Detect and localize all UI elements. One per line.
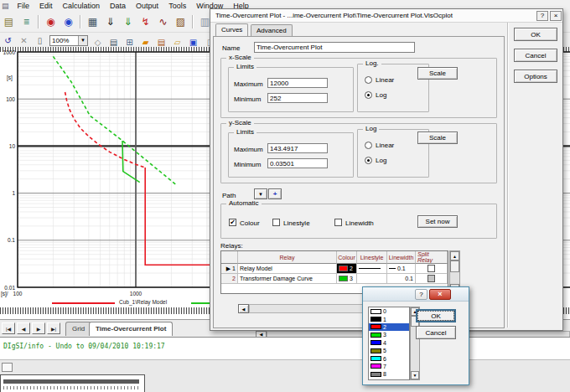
output-mini-button[interactable] — [2, 363, 13, 372]
header-colour[interactable]: Colour — [337, 251, 357, 264]
row1-split-cell[interactable] — [416, 264, 448, 274]
y-log-radio[interactable] — [365, 157, 372, 164]
row1-linestyle-cell[interactable] — [357, 264, 387, 274]
path-add-icon[interactable]: + — [268, 188, 282, 199]
x-scale-button[interactable]: Scale — [417, 67, 458, 80]
tab-grid[interactable]: Grid — [65, 322, 91, 336]
y-min-input[interactable] — [267, 158, 328, 168]
menu-file[interactable]: File — [13, 2, 35, 10]
x-linear-radio[interactable] — [365, 76, 372, 84]
color-item-2[interactable]: 2 — [369, 323, 409, 331]
new-page-icon[interactable]: ▯ — [33, 34, 47, 47]
name-label: Name — [222, 44, 240, 52]
first-page-button[interactable]: |◀ — [2, 322, 15, 334]
docked-panel-ticks — [3, 386, 139, 389]
menu-calculation[interactable]: Calculation — [58, 2, 106, 10]
color-item-3[interactable]: 3 — [369, 331, 409, 338]
scrollbar-thumb[interactable] — [450, 260, 459, 272]
name-input[interactable] — [254, 42, 415, 53]
menu-tools[interactable]: Tools — [163, 2, 191, 10]
header-linewidth[interactable]: Linewidth — [387, 251, 416, 264]
help-icon[interactable]: ? — [536, 11, 548, 21]
load-flow-green-icon[interactable]: ⇓ — [120, 14, 136, 29]
row1-relay-name[interactable]: Relay Model — [238, 264, 337, 274]
chevron-down-icon[interactable]: ▼ — [78, 36, 87, 45]
menu-edit[interactable]: Edit — [34, 2, 58, 10]
prev-page-button[interactable]: ◀ — [17, 322, 30, 334]
options-button[interactable]: Options — [514, 70, 557, 83]
path-select-icon[interactable]: ▼ — [254, 188, 267, 199]
dialog-titlebar[interactable]: Time-Overcurrent Plot - ...ime-Overcurre… — [210, 9, 562, 23]
color-item-7[interactable]: 7 — [369, 363, 409, 370]
tab-curves[interactable]: Curves — [215, 23, 248, 36]
row1-linewidth-cell[interactable]: 0.1 — [387, 264, 416, 274]
toc-plot-dialog: Time-Overcurrent Plot - ...ime-Overcurre… — [210, 8, 563, 331]
row1-split-checkbox[interactable] — [428, 265, 435, 272]
output-window-icon[interactable]: ▦ — [85, 14, 101, 29]
color-index-label: 2 — [383, 324, 386, 330]
y-max-input[interactable] — [267, 143, 328, 153]
header-split-relay[interactable]: Split Relay — [416, 251, 448, 264]
row2-colour-cell[interactable]: 3 — [337, 274, 357, 284]
edit-objects-icon[interactable]: ▨ — [173, 14, 189, 29]
y-scale-group: y-Scale Limits Maximum Minimum Log Linea… — [220, 123, 497, 183]
row2-relay-name[interactable]: Transformer Damage Curve — [238, 274, 337, 284]
set-now-button[interactable]: Set now — [417, 215, 458, 228]
automatic-linestyle-label: Linestyle — [283, 219, 310, 227]
x-log-radio[interactable] — [365, 91, 372, 99]
ok-button[interactable]: OK — [514, 28, 557, 41]
color-item-4[interactable]: 4 — [369, 339, 409, 347]
tab-time-overcurrent-plot[interactable]: Time-Overcurrent Plot — [89, 322, 173, 336]
table-row[interactable]: 2 Transformer Damage Curve 3 0.1 — [221, 274, 448, 284]
menu-output[interactable]: Output — [131, 2, 163, 10]
color-item-6[interactable]: 6 — [369, 354, 409, 362]
scroll-down-icon[interactable]: ▼ — [411, 371, 419, 379]
simulation-curve-icon[interactable]: ∿ — [155, 14, 171, 29]
cancel-button[interactable]: Cancel — [514, 49, 557, 62]
new-graphic-icon[interactable]: ▤ — [1, 14, 17, 29]
table-row[interactable]: ▶ 1 Relay Model 2 0.1 — [221, 264, 448, 274]
color-item-8[interactable]: 8 — [369, 370, 409, 378]
docked-panel-bar — [3, 379, 139, 384]
row2-split-cell[interactable] — [416, 274, 448, 284]
x-min-input[interactable] — [267, 93, 328, 103]
redraw-icon[interactable]: ↺ — [1, 34, 15, 47]
y-scale-button[interactable]: Scale — [417, 132, 458, 144]
tab-advanced[interactable]: Advanced — [251, 24, 293, 36]
color-swatch — [370, 324, 381, 329]
row2-split-checkbox[interactable] — [428, 275, 435, 282]
color-item-0[interactable]: 0 — [369, 307, 409, 315]
row2-linestyle-cell[interactable] — [357, 274, 387, 284]
next-page-button[interactable]: ▶ — [32, 322, 45, 334]
color-swatch — [370, 340, 381, 345]
menu-data[interactable]: Data — [105, 2, 131, 10]
automatic-linewidth-checkbox[interactable] — [334, 219, 342, 226]
header-relay[interactable]: Relay — [238, 251, 337, 264]
run-calculation-icon[interactable]: ◉ — [43, 14, 59, 29]
help-icon[interactable]: ? — [415, 289, 428, 300]
scroll-up-icon[interactable]: ▲ — [450, 251, 459, 260]
reset-calculation-icon[interactable]: ◉ — [60, 14, 76, 29]
load-flow-icon[interactable]: ⇓ — [102, 14, 118, 29]
zoom-select[interactable]: 100% ▼ — [49, 35, 88, 46]
row2-linewidth-cell[interactable]: 0.1 — [387, 274, 416, 284]
short-circuit-icon[interactable]: ↯ — [137, 14, 153, 29]
header-linestyle[interactable]: Linestyle — [357, 251, 387, 264]
freeze-mode-icon[interactable]: ✕ — [17, 34, 31, 47]
color-item-5[interactable]: 5 — [369, 347, 409, 354]
cancel-button[interactable]: Cancel — [416, 326, 456, 339]
color-item-1[interactable]: 1 — [369, 315, 409, 322]
automatic-linestyle-checkbox[interactable] — [272, 219, 280, 226]
x-min-label: Minimum — [234, 95, 261, 103]
automatic-colour-checkbox[interactable] — [229, 219, 236, 226]
row1-colour-cell[interactable]: 2 — [337, 264, 357, 274]
y-linear-radio[interactable] — [365, 142, 372, 149]
close-icon[interactable]: × — [429, 289, 451, 300]
color-list[interactable]: 012345678 — [368, 307, 410, 380]
last-page-button[interactable]: ▶| — [47, 322, 60, 334]
close-icon[interactable]: × — [550, 11, 562, 21]
date-stage-icon[interactable]: ≡ — [18, 14, 34, 29]
table-hscroll-left-icon[interactable]: ◀ — [238, 304, 249, 313]
ok-button[interactable]: OK — [416, 309, 456, 322]
x-max-input[interactable] — [267, 78, 328, 88]
